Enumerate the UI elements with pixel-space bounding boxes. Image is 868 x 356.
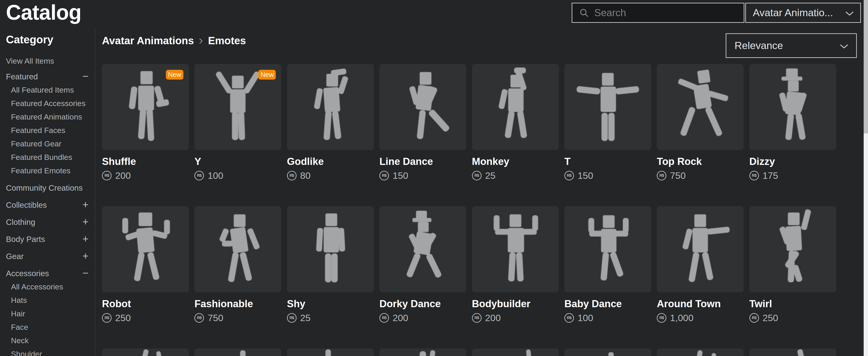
- emote-silhouette: [379, 64, 466, 150]
- item-card[interactable]: Around Town R$ 1,000: [657, 206, 744, 323]
- sidebar-section: Community Creations: [6, 181, 89, 195]
- sidebar-subcategory[interactable]: Featured Bundles: [6, 151, 89, 164]
- item-card[interactable]: Dizzy R$ 175: [749, 64, 836, 181]
- expand-toggle-icon[interactable]: +: [82, 233, 89, 244]
- breadcrumb: Avatar Animations Emotes: [102, 33, 246, 48]
- sidebar-subcategory[interactable]: Featured Gear: [6, 137, 89, 151]
- view-all-items-link[interactable]: View All Items: [6, 57, 54, 65]
- robux-icon: R$: [379, 171, 389, 181]
- sidebar-category[interactable]: Body Parts +: [6, 232, 89, 246]
- scrollbar-track[interactable]: [864, 0, 868, 356]
- category-dropdown-value: Avatar Animatio...: [753, 7, 833, 19]
- item-card-partial[interactable]: [472, 349, 559, 356]
- sidebar-category[interactable]: Collectibles +: [6, 198, 89, 212]
- sidebar-section: Collectibles +: [6, 198, 89, 212]
- item-name: Monkey: [472, 156, 559, 167]
- sidebar-category[interactable]: Clothing +: [6, 215, 89, 229]
- item-price: 250: [763, 313, 778, 323]
- item-card-partial[interactable]: [102, 349, 189, 356]
- category-dropdown[interactable]: Avatar Animatio...: [745, 3, 861, 23]
- item-name: Around Town: [657, 298, 744, 309]
- item-thumbnail: [472, 349, 559, 356]
- item-price: 250: [115, 313, 131, 323]
- sidebar-subcategory[interactable]: Featured Animations: [6, 110, 89, 124]
- item-card[interactable]: Twirl R$ 250: [749, 206, 836, 323]
- sidebar-category[interactable]: Community Creations: [6, 181, 89, 195]
- item-card-partial[interactable]: [657, 349, 744, 356]
- item-card-partial[interactable]: [564, 349, 651, 356]
- item-card[interactable]: Monkey R$ 25: [472, 64, 559, 181]
- robux-icon: R$: [749, 171, 759, 181]
- sidebar-subcategory[interactable]: Hats: [6, 293, 89, 307]
- breadcrumb-parent[interactable]: Avatar Animations: [102, 34, 194, 47]
- item-name: Bodybuilder: [472, 298, 559, 309]
- emote-silhouette: [472, 64, 559, 150]
- item-price-row: R$ 100: [194, 170, 281, 181]
- sidebar-subcategory[interactable]: All Accessories: [6, 280, 89, 293]
- item-card-partial[interactable]: [287, 349, 374, 356]
- sidebar-subcategory[interactable]: Neck: [6, 334, 89, 347]
- item-card-partial[interactable]: [379, 349, 466, 356]
- sidebar-subcategory[interactable]: Hair: [6, 307, 89, 320]
- chevron-down-icon: [840, 40, 848, 52]
- emote-silhouette: [657, 206, 744, 292]
- item-name: Robot: [102, 298, 189, 309]
- expand-toggle-icon[interactable]: +: [82, 199, 89, 210]
- robux-icon: R$: [657, 171, 666, 181]
- item-thumbnail: [749, 206, 836, 292]
- item-card[interactable]: Baby Dance R$ 100: [564, 206, 651, 323]
- search-icon: [579, 7, 589, 18]
- item-price-row: R$ 150: [564, 170, 651, 181]
- item-card[interactable]: Bodybuilder R$ 200: [472, 206, 559, 323]
- item-card[interactable]: Dorky Dance R$ 200: [379, 206, 466, 323]
- sidebar-subcategory[interactable]: Featured Emotes: [6, 164, 89, 177]
- item-card-partial[interactable]: [749, 349, 836, 356]
- item-name: Top Rock: [657, 156, 744, 167]
- robux-icon: R$: [564, 313, 574, 323]
- catalog-page: Catalog Avatar Animatio... Relevance Ava…: [0, 0, 868, 356]
- sidebar-subcategory[interactable]: Featured Accessories: [6, 97, 89, 110]
- expand-toggle-icon[interactable]: −: [82, 268, 89, 278]
- expand-toggle-icon[interactable]: +: [82, 217, 89, 227]
- item-card[interactable]: T R$ 150: [564, 64, 651, 181]
- expand-toggle-icon[interactable]: +: [82, 251, 89, 261]
- item-thumbnail: [379, 349, 466, 356]
- item-card[interactable]: New Shuffle R$ 200: [102, 64, 189, 181]
- emote-silhouette: [749, 349, 836, 356]
- sidebar-subcategory[interactable]: Face: [6, 320, 89, 334]
- item-price: 750: [670, 170, 685, 181]
- category-sidebar: Featured − All Featured Items Featured A…: [6, 70, 89, 356]
- sidebar-category-label: Body Parts: [6, 235, 45, 244]
- item-name: Shuffle: [102, 156, 189, 167]
- sidebar-category[interactable]: Featured −: [6, 70, 89, 83]
- robux-icon: R$: [472, 171, 482, 181]
- item-thumbnail: [749, 349, 836, 356]
- scrollbar-thumb[interactable]: [864, 0, 868, 133]
- item-price: 25: [300, 313, 311, 323]
- item-card[interactable]: Shy R$ 25: [287, 206, 374, 323]
- sort-dropdown[interactable]: Relevance: [726, 33, 857, 58]
- sidebar-subcategory[interactable]: Shoulder: [6, 347, 89, 356]
- search-input[interactable]: [594, 3, 744, 22]
- item-thumbnail: New: [194, 64, 281, 150]
- item-card[interactable]: Line Dance R$ 150: [379, 64, 466, 181]
- item-thumbnail: [287, 206, 374, 292]
- emote-silhouette: [287, 64, 374, 150]
- item-thumbnail: [657, 349, 744, 356]
- item-card[interactable]: Top Rock R$ 750: [657, 64, 744, 181]
- expand-toggle-icon[interactable]: −: [82, 71, 89, 82]
- item-price-row: R$ 200: [379, 313, 466, 323]
- emote-silhouette: [472, 349, 559, 356]
- item-card[interactable]: Godlike R$ 80: [287, 64, 374, 181]
- sidebar-subcategory[interactable]: Featured Faces: [6, 124, 89, 137]
- item-card[interactable]: Robot R$ 250: [102, 206, 189, 323]
- sidebar-subcategory[interactable]: All Featured Items: [6, 83, 89, 97]
- search-box[interactable]: [572, 3, 744, 23]
- item-card[interactable]: Fashionable R$ 750: [194, 206, 281, 323]
- item-card-partial[interactable]: [194, 349, 281, 356]
- item-card[interactable]: New Y R$ 100: [194, 64, 281, 181]
- sidebar-category[interactable]: Accessories −: [6, 267, 89, 280]
- item-price: 100: [208, 170, 223, 181]
- sidebar-category[interactable]: Gear +: [6, 250, 89, 263]
- breadcrumb-current: Emotes: [208, 34, 246, 47]
